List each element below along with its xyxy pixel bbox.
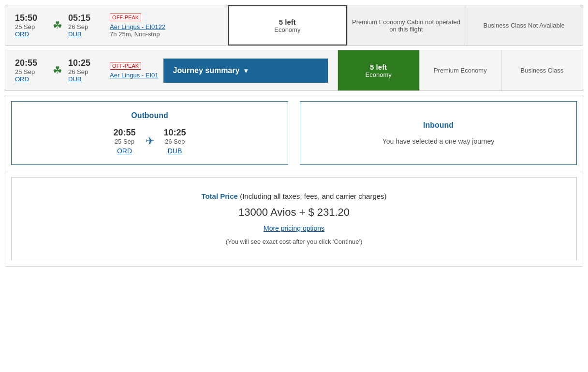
economy-name-2: Economy	[366, 71, 392, 78]
inbound-text: You have selected a one way journey	[382, 137, 494, 145]
shamrock-icon-2: ☘	[53, 64, 62, 77]
outbound-arrive-time: 10:25	[164, 128, 186, 138]
page-wrapper: 15:50 25 Sep ORD ☘ 05:15 26 Sep DUB OFF-…	[0, 0, 588, 271]
journey-panel: Outbound 20:55 25 Sep ORD ✈ 10:25 26 Sep…	[5, 95, 583, 267]
arrive-date-2: 26 Sep	[68, 68, 88, 75]
off-peak-badge-2: OFF-PEAK	[110, 62, 141, 70]
chevron-down-icon: ▾	[244, 67, 248, 74]
economy-name-1: Economy	[274, 26, 300, 33]
outbound-depart-time: 20:55	[113, 128, 135, 138]
depart-airport-1[interactable]: ORD	[15, 30, 29, 38]
arrive-block-2: 10:25 26 Sep DUB	[68, 58, 90, 83]
outbound-depart-date: 25 Sep	[115, 138, 134, 145]
depart-date-1: 25 Sep	[15, 23, 35, 30]
cabin-cells-1: 5 left Economy Premium Economy Cabin not…	[228, 5, 583, 45]
outbound-segment: Outbound 20:55 25 Sep ORD ✈ 10:25 26 Sep…	[11, 101, 288, 165]
journey-summary-button[interactable]: Journey summary ▾	[163, 59, 328, 83]
price-note: (You will see exact cost after you click…	[21, 238, 567, 245]
outbound-arrive-date: 26 Sep	[165, 138, 185, 145]
flight-row-1: 15:50 25 Sep ORD ☘ 05:15 26 Sep DUB OFF-…	[5, 5, 583, 46]
outbound-times: 20:55 25 Sep ORD ✈ 10:25 26 Sep DUB	[21, 128, 278, 155]
more-pricing-link[interactable]: More pricing options	[264, 224, 324, 232]
outbound-arrive-airport[interactable]: DUB	[168, 147, 182, 155]
outbound-depart-airport[interactable]: ORD	[117, 147, 132, 155]
depart-block-1: 15:50 25 Sep ORD	[15, 13, 37, 38]
arrive-time-1: 05:15	[68, 13, 90, 23]
flight-info-1: OFF-PEAK Aer Lingus - EI0122 7h 25m, Non…	[110, 14, 165, 38]
business-cell-1[interactable]: Business Class Not Available	[465, 5, 583, 45]
carrier-link-1[interactable]: Aer Lingus - EI0122	[110, 23, 165, 30]
premium-economy-cell-2[interactable]: Premium Economy	[419, 50, 501, 90]
economy-cell-1[interactable]: 5 left Economy	[228, 5, 347, 45]
premium-economy-cell-1[interactable]: Premium Economy Cabin not operated on th…	[347, 5, 465, 45]
depart-date-2: 25 Sep	[15, 68, 35, 75]
plane-icon: ✈	[146, 135, 154, 148]
business-text-1: Business Class Not Available	[484, 22, 565, 29]
off-peak-badge-1: OFF-PEAK	[110, 14, 141, 21]
carrier-link-2[interactable]: Aer Lingus - EI01	[110, 72, 158, 79]
flight-info-2: OFF-PEAK Aer Lingus - EI01	[110, 62, 158, 79]
total-price-panel: Total Price (Including all taxes, fees, …	[11, 177, 577, 260]
total-price-strong: Total Price	[201, 192, 238, 200]
total-amount: 13000 Avios + $ 231.20	[21, 206, 567, 219]
flight-main-2: 20:55 25 Sep ORD ☘ 10:25 26 Sep DUB OFF-…	[5, 50, 338, 90]
shamrock-icon-1: ☘	[53, 19, 62, 32]
depart-time-2: 20:55	[15, 58, 37, 68]
arrive-block-1: 05:15 26 Sep DUB	[68, 13, 90, 38]
total-price-label: Total Price (Including all taxes, fees, …	[21, 192, 567, 200]
cabin-cells-2: 5 left Economy Premium Economy Business …	[338, 50, 583, 90]
depart-airport-2[interactable]: ORD	[15, 75, 29, 83]
arrive-airport-2[interactable]: DUB	[68, 75, 81, 83]
arrive-time-2: 10:25	[68, 58, 90, 68]
flight-main-1: 15:50 25 Sep ORD ☘ 05:15 26 Sep DUB OFF-…	[5, 5, 228, 45]
inbound-title: Inbound	[423, 121, 454, 130]
flight-duration-1: 7h 25m, Non-stop	[110, 30, 165, 38]
economy-seats-1: 5 left	[279, 18, 296, 26]
arrive-date-1: 26 Sep	[68, 23, 88, 30]
economy-seats-2: 5 left	[370, 63, 387, 71]
outbound-arrive-col: 10:25 26 Sep DUB	[164, 128, 186, 155]
premium-economy-text-1: Premium Economy Cabin not operated on th…	[352, 18, 461, 33]
outbound-depart-col: 20:55 25 Sep ORD	[113, 128, 135, 155]
outbound-title: Outbound	[131, 111, 168, 120]
depart-time-1: 15:50	[15, 13, 37, 23]
journey-summary-label: Journey summary	[173, 66, 240, 75]
depart-block-2: 20:55 25 Sep ORD	[15, 58, 37, 83]
tax-note: (Including all taxes, fees, and carrier …	[240, 192, 386, 200]
arrive-airport-1[interactable]: DUB	[68, 30, 81, 38]
premium-economy-text-2: Premium Economy	[434, 67, 487, 74]
economy-cell-2[interactable]: 5 left Economy	[338, 50, 419, 90]
inbound-segment: Inbound You have selected a one way jour…	[300, 101, 577, 165]
business-cell-2[interactable]: Business Class	[501, 50, 583, 90]
business-text-2: Business Class	[521, 67, 564, 74]
journey-flights: Outbound 20:55 25 Sep ORD ✈ 10:25 26 Sep…	[5, 95, 583, 171]
flight-row-2: 20:55 25 Sep ORD ☘ 10:25 26 Sep DUB OFF-…	[5, 50, 583, 91]
